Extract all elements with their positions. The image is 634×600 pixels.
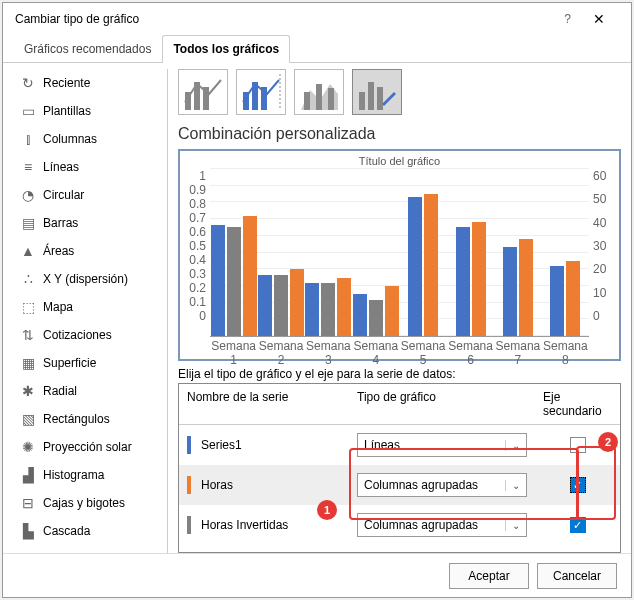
chart-type-dropdown[interactable]: Columnas agrupadas⌄	[357, 513, 527, 537]
svg-rect-10	[328, 88, 334, 110]
series-swatch	[187, 516, 191, 534]
chart-type-sidebar: ↻Reciente▭Plantillas⫿Columnas≡Líneas◔Cir…	[13, 69, 161, 553]
chart-type-icon: ▙	[19, 522, 37, 540]
chevron-down-icon: ⌄	[505, 520, 520, 531]
x-axis: Semana 1Semana 2Semana 3Semana 4Semana 5…	[188, 337, 611, 367]
sidebar-label: Histograma	[43, 468, 104, 482]
sidebar-item-barras[interactable]: ▤Barras	[13, 209, 161, 237]
sidebar-label: Barras	[43, 216, 78, 230]
sidebar-label: Cajas y bigotes	[43, 496, 125, 510]
sidebar-item-reas[interactable]: ▲Áreas	[13, 237, 161, 265]
sidebar-label: Plantillas	[43, 104, 91, 118]
series-header: Nombre de la serie Tipo de gráfico Eje s…	[179, 384, 620, 425]
sidebar-item-columnas[interactable]: ⫿Columnas	[13, 125, 161, 153]
series-table: Nombre de la serie Tipo de gráfico Eje s…	[178, 383, 621, 553]
chevron-down-icon: ⌄	[505, 480, 520, 491]
chart-type-icon: ▧	[19, 410, 37, 428]
sidebar-item-rectngulos[interactable]: ▧Rectángulos	[13, 405, 161, 433]
sidebar-item-superficie[interactable]: ▦Superficie	[13, 349, 161, 377]
svg-rect-9	[316, 84, 322, 110]
series-swatch	[187, 436, 191, 454]
svg-rect-11	[359, 92, 365, 110]
sidebar-item-lneas[interactable]: ≡Líneas	[13, 153, 161, 181]
chart-type-icon: ∴	[19, 270, 37, 288]
tab-recommended[interactable]: Gráficos recomendados	[13, 35, 162, 63]
chart-type-icon: ▭	[19, 102, 37, 120]
svg-rect-13	[377, 87, 383, 110]
plot-area	[210, 169, 589, 337]
secondary-axis-checkbox[interactable]: ✓	[570, 517, 586, 533]
ok-button[interactable]: Aceptar	[449, 563, 529, 589]
chart-type-icon: ▤	[19, 214, 37, 232]
chart-type-icon: ✱	[19, 382, 37, 400]
chart-type-icon: ≡	[19, 158, 37, 176]
dialog-help[interactable]: ?	[564, 12, 571, 26]
series-instruction: Elija el tipo de gráfico y el eje para l…	[178, 367, 621, 381]
close-button[interactable]: ✕	[579, 5, 619, 33]
chart-type-icon: ↻	[19, 74, 37, 92]
sidebar-item-mapa[interactable]: ⬚Mapa	[13, 293, 161, 321]
series-row: Series1Líneas⌄	[179, 425, 620, 465]
y-axis-right: 6050403020100	[589, 169, 611, 337]
chart-type-icon: ⫿	[19, 130, 37, 148]
sidebar-item-cajasybigotes[interactable]: ⊟Cajas y bigotes	[13, 489, 161, 517]
sidebar-label: Proyección solar	[43, 440, 132, 454]
sidebar-label: Rectángulos	[43, 412, 110, 426]
chart-type-icon: ▲	[19, 242, 37, 260]
chevron-down-icon: ⌄	[505, 440, 520, 451]
chart-type-icon: ▟	[19, 466, 37, 484]
chart-type-dropdown[interactable]: Líneas⌄	[357, 433, 527, 457]
chart-type-icon: ⊟	[19, 494, 37, 512]
tabs: Gráficos recomendados Todos los gráficos	[3, 35, 631, 63]
series-swatch	[187, 476, 191, 494]
sidebar-item-xydispersin[interactable]: ∴X Y (dispersión)	[13, 265, 161, 293]
sidebar-label: Radial	[43, 384, 77, 398]
series-name: Horas Invertidas	[201, 518, 288, 532]
sidebar-label: Reciente	[43, 76, 90, 90]
svg-rect-8	[304, 92, 310, 110]
sidebar-label: Áreas	[43, 244, 74, 258]
combo-thumb-custom[interactable]	[352, 69, 402, 115]
sidebar-item-embudo[interactable]: ▽Embudo	[13, 545, 161, 553]
dialog-footer: Aceptar Cancelar	[3, 553, 631, 597]
combo-subtype-thumbs	[178, 69, 621, 115]
sidebar-item-histograma[interactable]: ▟Histograma	[13, 461, 161, 489]
y-axis-left: 10.90.80.70.60.50.40.30.20.10	[188, 169, 210, 337]
sidebar-item-reciente[interactable]: ↻Reciente	[13, 69, 161, 97]
chart-preview[interactable]: Título del gráfico 10.90.80.70.60.50.40.…	[178, 149, 621, 361]
sidebar-label: Columnas	[43, 132, 97, 146]
header-name: Nombre de la serie	[179, 384, 349, 424]
sidebar-item-cotizaciones[interactable]: ⇅Cotizaciones	[13, 321, 161, 349]
dialog-title: Cambiar tipo de gráfico	[15, 12, 139, 26]
chart-type-icon: ⬚	[19, 298, 37, 316]
tab-all[interactable]: Todos los gráficos	[162, 35, 290, 63]
sidebar-label: Cascada	[43, 524, 90, 538]
sidebar-item-circular[interactable]: ◔Circular	[13, 181, 161, 209]
combo-thumb-1[interactable]	[178, 69, 228, 115]
sidebar-item-plantillas[interactable]: ▭Plantillas	[13, 97, 161, 125]
sidebar-label: Cotizaciones	[43, 328, 112, 342]
cancel-button[interactable]: Cancelar	[537, 563, 617, 589]
secondary-axis-checkbox[interactable]	[570, 437, 586, 453]
sidebar-item-proyeccinsolar[interactable]: ✺Proyección solar	[13, 433, 161, 461]
series-row: Horas InvertidasColumnas agrupadas⌄✓	[179, 505, 620, 545]
series-name: Horas	[201, 478, 233, 492]
chart-type-icon: ◔	[19, 186, 37, 204]
sidebar-item-cascada[interactable]: ▙Cascada	[13, 517, 161, 545]
chart-type-icon: ▦	[19, 354, 37, 372]
combo-thumb-2[interactable]	[236, 69, 286, 115]
header-secondary: Eje secundario	[535, 384, 620, 424]
sidebar-label: Superficie	[43, 356, 96, 370]
sidebar-label: X Y (dispersión)	[43, 272, 128, 286]
secondary-axis-checkbox[interactable]: ✓	[570, 477, 586, 493]
sidebar-item-radial[interactable]: ✱Radial	[13, 377, 161, 405]
series-row: HorasColumnas agrupadas⌄✓	[179, 465, 620, 505]
section-title: Combinación personalizada	[178, 125, 621, 143]
chart-type-dropdown[interactable]: Columnas agrupadas⌄	[357, 473, 527, 497]
sidebar-label: Mapa	[43, 300, 73, 314]
combo-thumb-3[interactable]	[294, 69, 344, 115]
chart-type-icon: ⇅	[19, 326, 37, 344]
title-bar: Cambiar tipo de gráfico ? ✕	[3, 3, 631, 35]
svg-rect-12	[368, 82, 374, 110]
chart-type-icon: ✺	[19, 438, 37, 456]
